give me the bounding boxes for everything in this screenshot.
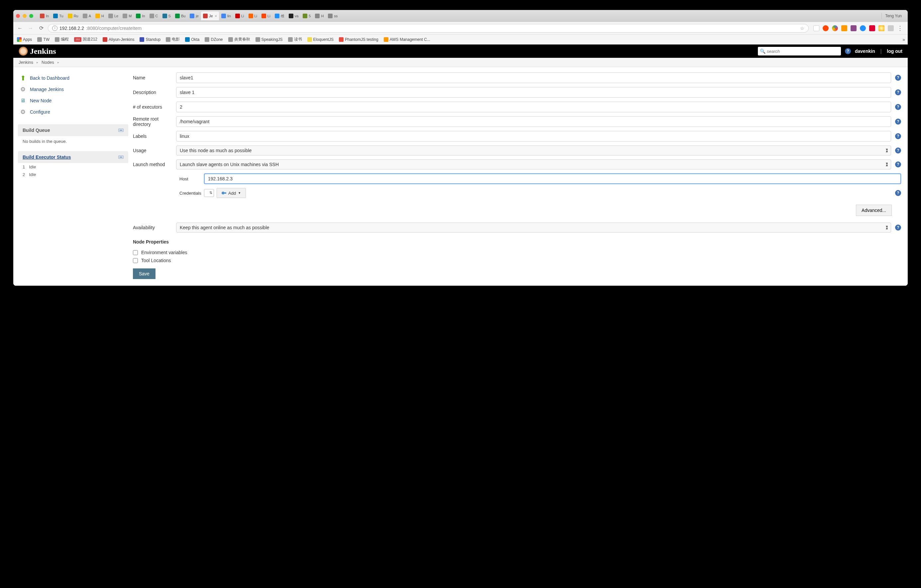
help-icon[interactable]: ? bbox=[895, 161, 901, 167]
host-input[interactable] bbox=[204, 174, 901, 184]
browser-tab[interactable]: In bbox=[38, 11, 51, 20]
bookmark-item[interactable]: Aliyun-Jenkins bbox=[102, 36, 135, 43]
help-icon[interactable]: ? bbox=[895, 104, 901, 110]
help-icon[interactable]: ? bbox=[895, 75, 901, 81]
collapse-icon[interactable] bbox=[118, 128, 124, 132]
browser-tab[interactable]: C bbox=[148, 11, 160, 20]
bookmark-item[interactable]: 电影 bbox=[165, 36, 181, 43]
help-icon[interactable]: ? bbox=[845, 48, 851, 54]
help-icon[interactable]: ? bbox=[895, 148, 901, 153]
bookmark-item[interactable]: DZone bbox=[204, 36, 224, 43]
jenkins-logo[interactable]: Jenkins bbox=[19, 47, 56, 56]
help-icon[interactable]: ? bbox=[895, 89, 901, 95]
browser-tab[interactable]: S bbox=[161, 11, 173, 20]
bookmark-item[interactable]: EloquentJS bbox=[306, 36, 335, 43]
remote-root-input[interactable] bbox=[176, 116, 891, 127]
help-icon[interactable]: ? bbox=[895, 190, 901, 196]
bookmark-item[interactable]: TW bbox=[36, 36, 50, 43]
sidebar-new-node[interactable]: 🖥 New Node bbox=[18, 95, 128, 106]
usage-select[interactable]: Use this node as much as possible bbox=[176, 146, 891, 156]
collapse-icon[interactable] bbox=[118, 156, 124, 159]
credentials-select[interactable] bbox=[204, 189, 214, 197]
extension-icon[interactable] bbox=[879, 25, 884, 31]
browser-tab[interactable]: Li bbox=[247, 11, 259, 20]
name-input[interactable] bbox=[176, 72, 891, 83]
browser-tab[interactable]: A bbox=[81, 11, 93, 20]
browser-tab[interactable]: H bbox=[93, 11, 106, 20]
bookmark-item[interactable]: 读书 bbox=[287, 36, 303, 43]
sidebar-back-to-dashboard[interactable]: ⬆ Back to Dashboard bbox=[18, 72, 128, 84]
bookmark-item[interactable]: AWS Management C... bbox=[383, 36, 431, 43]
bookmark-favicon-icon bbox=[255, 37, 260, 42]
bookmark-item[interactable]: Okta bbox=[184, 36, 200, 43]
browser-tab[interactable]: 5 bbox=[301, 11, 312, 20]
bookmark-item[interactable]: 炎黄春秋 bbox=[227, 36, 251, 43]
browser-tab[interactable]: Ru bbox=[66, 11, 80, 20]
advanced-button[interactable]: Advanced... bbox=[856, 205, 892, 216]
browser-tab[interactable]: M bbox=[120, 11, 133, 20]
site-info-icon[interactable]: i bbox=[52, 26, 57, 31]
close-tab-icon[interactable]: × bbox=[215, 14, 217, 18]
sidebar-manage-jenkins[interactable]: ⚙ Manage Jenkins bbox=[18, 84, 128, 95]
save-button[interactable]: Save bbox=[133, 268, 156, 279]
browser-tab[interactable]: Je× bbox=[201, 11, 219, 20]
extension-icon[interactable] bbox=[832, 25, 838, 31]
search-box[interactable]: 🔍 bbox=[758, 47, 841, 55]
breadcrumb-item[interactable]: Jenkins bbox=[19, 60, 33, 65]
browser-tab[interactable]: Li bbox=[233, 11, 246, 20]
bookmark-item[interactable]: Standup bbox=[138, 36, 161, 43]
logout-link[interactable]: log out bbox=[887, 49, 902, 54]
bookmark-item[interactable]: Apps bbox=[16, 36, 33, 43]
browser-tab[interactable]: H bbox=[313, 11, 325, 20]
browser-tab[interactable]: Li bbox=[259, 11, 272, 20]
current-user[interactable]: davenkin bbox=[855, 49, 875, 54]
extension-icon[interactable] bbox=[814, 25, 819, 31]
browser-profile[interactable]: Teng Yun bbox=[882, 13, 905, 19]
panel-title[interactable]: Build Executor Status bbox=[23, 154, 71, 160]
bookmark-star-icon[interactable]: ☆ bbox=[800, 26, 804, 31]
maximize-window-button[interactable] bbox=[29, 14, 33, 18]
breadcrumb-item[interactable]: Nodes bbox=[42, 60, 54, 65]
executors-input[interactable] bbox=[176, 102, 891, 112]
bookmark-item[interactable]: SpeakingJS bbox=[254, 36, 284, 43]
availability-select[interactable]: Keep this agent online as much as possib… bbox=[176, 223, 891, 232]
extension-icon[interactable] bbox=[841, 25, 847, 31]
description-input[interactable] bbox=[176, 87, 891, 97]
back-button[interactable]: ← bbox=[16, 24, 24, 32]
forward-button[interactable]: → bbox=[26, 24, 34, 32]
browser-tab[interactable]: lin bbox=[219, 11, 233, 20]
minimize-window-button[interactable] bbox=[23, 14, 26, 18]
reload-button[interactable]: ⟳ bbox=[37, 24, 45, 32]
browser-tab[interactable]: In bbox=[134, 11, 147, 20]
bookmark-item[interactable]: 编程 bbox=[54, 36, 70, 43]
bookmark-item[interactable]: 212国道212 bbox=[73, 36, 98, 43]
extension-icon[interactable] bbox=[851, 25, 856, 31]
tool-locations-checkbox[interactable] bbox=[133, 258, 138, 263]
add-credentials-button[interactable]: Add ▼ bbox=[216, 188, 246, 198]
browser-tab[interactable]: 维 bbox=[273, 11, 286, 20]
browser-tab[interactable]: ss bbox=[326, 11, 340, 20]
search-input[interactable] bbox=[767, 49, 839, 54]
favicon-icon bbox=[40, 14, 44, 18]
address-bar[interactable]: i 192.168.2.2:8080/computer/createItem ☆ bbox=[48, 24, 809, 32]
browser-tab[interactable]: Bu bbox=[173, 11, 187, 20]
browser-tab[interactable]: Tu bbox=[51, 11, 65, 20]
labels-input[interactable] bbox=[176, 131, 891, 141]
extension-icon[interactable] bbox=[860, 25, 866, 31]
launch-method-select[interactable]: Launch slave agents on Unix machines via… bbox=[176, 159, 891, 169]
help-icon[interactable]: ? bbox=[895, 133, 901, 139]
help-icon[interactable]: ? bbox=[895, 119, 901, 125]
browser-tab[interactable]: Le bbox=[106, 11, 120, 20]
env-vars-checkbox[interactable] bbox=[133, 250, 138, 255]
browser-menu-icon[interactable]: ⋮ bbox=[897, 24, 903, 32]
extension-icon[interactable] bbox=[888, 25, 894, 31]
bookmarks-overflow-icon[interactable]: » bbox=[902, 37, 905, 42]
close-window-button[interactable] bbox=[16, 14, 20, 18]
sidebar-configure[interactable]: ⚙ Configure bbox=[18, 106, 128, 118]
browser-tab[interactable]: va bbox=[287, 11, 301, 20]
help-icon[interactable]: ? bbox=[895, 224, 901, 231]
bookmark-item[interactable]: PhantomJS testing bbox=[338, 36, 379, 43]
extension-icon[interactable] bbox=[869, 25, 875, 31]
browser-tab[interactable]: je bbox=[188, 11, 201, 20]
extension-icon[interactable] bbox=[823, 25, 829, 31]
